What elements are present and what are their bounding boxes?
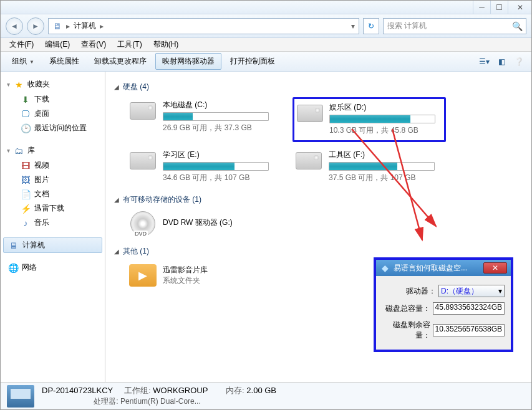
maximize-button[interactable]: ☐: [490, 1, 508, 14]
sidebar-item-documents[interactable]: 📄文档: [3, 187, 102, 201]
section-label: 硬盘 (4): [123, 82, 149, 92]
dialog-body: 驱动器： D:（硬盘） ▾ 磁盘总容量： 45.89335632324GB 磁盘…: [376, 276, 511, 350]
sidebar-item-videos[interactable]: 🎞视频: [3, 158, 102, 173]
view-options-button[interactable]: ☰▾: [476, 54, 491, 69]
usage-bar: [329, 115, 435, 123]
sidebar-item-label: 视频: [34, 160, 49, 171]
total-label: 磁盘总容量：: [382, 303, 430, 314]
sidebar-item-label: 图片: [34, 174, 49, 185]
drive-select-label: 驱动器：: [382, 286, 436, 297]
star-icon: ★: [14, 80, 24, 90]
sidebar-item-computer[interactable]: 🖥计算机: [3, 237, 102, 253]
chevron-down-icon: ▾: [498, 287, 502, 295]
drive-d[interactable]: 娱乐区 (D:) 10.3 GB 可用，共 45.8 GB: [293, 97, 446, 142]
drive-stat: 10.3 GB 可用，共 45.8 GB: [329, 125, 435, 136]
forward-button[interactable]: ►: [27, 17, 44, 35]
breadcrumb-root[interactable]: 计算机: [74, 21, 96, 31]
chevron-down-icon[interactable]: ▾: [351, 22, 355, 31]
app-icon: ◆: [380, 263, 390, 273]
dialog-close-button[interactable]: ✕: [483, 262, 507, 274]
window-title-bar: ─ ☐ ✕: [1, 1, 531, 14]
status-bar: DP-20140723LKCY 工作组: WORKGROUP 内存: 2.00 …: [1, 382, 531, 409]
drive-select[interactable]: D:（硬盘） ▾: [438, 285, 505, 297]
chevron-right-icon: ▸: [66, 22, 70, 31]
drive-f[interactable]: 工具区 (F:) 37.5 GB 可用，共 107 GB: [293, 147, 446, 186]
section-removable-header[interactable]: ◢ 有可移动存储的设备 (1): [114, 194, 523, 205]
menu-help[interactable]: 帮助(H): [148, 38, 184, 51]
drive-e[interactable]: 学习区 (E:) 34.6 GB 可用，共 107 GB: [127, 147, 280, 186]
explorer-window: ─ ☐ ✕ ◄ ► 🖥 ▸ 计算机 ▸ ▾ ↻ 搜索 计算机 🔍 文件(F) 编…: [0, 0, 532, 410]
sidebar-item-desktop[interactable]: 🖵桌面: [3, 107, 102, 121]
collapse-icon: ◢: [114, 83, 119, 90]
sidebar-item-recent[interactable]: 🕑最近访问的位置: [3, 121, 102, 135]
drive-g[interactable]: DVD RW 驱动器 (G:): [127, 210, 523, 237]
sidebar-item-music[interactable]: ♪音乐: [3, 216, 102, 230]
hdd-icon: [295, 150, 322, 172]
sidebar-item-label: 计算机: [22, 240, 45, 250]
drive-stat: 26.9 GB 可用，共 37.3 GB: [163, 123, 278, 133]
item-subtype: 系统文件夹: [163, 275, 208, 286]
computer-icon: 🖥: [9, 241, 19, 250]
command-bar: 组织 系统属性 卸载或更改程序 映射网络驱动器 打开控制面板 ☰▾ ◧ ❔: [1, 52, 531, 72]
sidebar-item-label: 迅雷下载: [34, 203, 64, 214]
dialog-title: 易语言如何取磁盘空...: [394, 263, 480, 274]
document-icon: 📄: [21, 189, 31, 199]
search-placeholder: 搜索 计算机: [387, 21, 427, 31]
menu-edit[interactable]: 编辑(E): [40, 38, 75, 51]
preview-pane-button[interactable]: ◧: [494, 54, 509, 69]
usage-bar: [163, 112, 269, 121]
drive-name: 工具区 (F:): [329, 150, 443, 160]
memory-value: 2.00 GB: [246, 386, 276, 395]
sidebar-item-network[interactable]: 🌐网络: [3, 260, 102, 275]
back-button[interactable]: ◄: [6, 17, 23, 35]
cmd-control-panel[interactable]: 打开控制面板: [224, 54, 281, 69]
sidebar-item-label: 桌面: [34, 108, 49, 119]
sidebar-item-pictures[interactable]: 🖼图片: [3, 173, 102, 187]
dialog-title-bar[interactable]: ◆ 易语言如何取磁盘空... ✕: [376, 260, 511, 276]
workgroup-label: 工作组:: [124, 386, 151, 395]
section-hdd-header[interactable]: ◢ 硬盘 (4): [114, 82, 523, 92]
sidebar-item-label: 音乐: [34, 217, 49, 228]
disk-info-dialog: ◆ 易语言如何取磁盘空... ✕ 驱动器： D:（硬盘） ▾ 磁盘总容量： 4: [374, 257, 513, 352]
help-button[interactable]: ❔: [511, 54, 526, 69]
drive-c[interactable]: 本地磁盘 (C:) 26.9 GB 可用，共 37.3 GB: [127, 97, 280, 142]
search-icon: 🔍: [512, 21, 522, 31]
library-icon: 🗂: [14, 146, 24, 156]
memory-label: 内存:: [226, 386, 244, 395]
cmd-system-properties[interactable]: 系统属性: [43, 54, 85, 69]
sidebar-item-label: 收藏夹: [27, 79, 50, 90]
section-label: 其他 (1): [123, 246, 149, 257]
minimize-button[interactable]: ─: [473, 1, 490, 14]
hdd-icon: [129, 100, 157, 122]
video-icon: 🎞: [21, 161, 31, 171]
drive-select-value: D:（硬盘）: [441, 286, 478, 297]
menu-view[interactable]: 查看(V): [76, 38, 111, 51]
section-other-header[interactable]: ◢ 其他 (1): [114, 246, 523, 257]
sidebar-libraries-header[interactable]: ▾ 🗂 库: [3, 143, 102, 158]
menu-file[interactable]: 文件(F): [4, 38, 39, 51]
cmd-map-drive[interactable]: 映射网络驱动器: [155, 53, 221, 70]
search-input[interactable]: 搜索 计算机 🔍: [383, 18, 526, 34]
refresh-button[interactable]: ↻: [363, 18, 379, 34]
close-button[interactable]: ✕: [508, 1, 531, 14]
chevron-right-icon: ▸: [100, 22, 104, 31]
menu-tools[interactable]: 工具(T): [112, 38, 147, 51]
sidebar-item-downloads[interactable]: ⬇下载: [3, 92, 102, 107]
main-content: ◢ 硬盘 (4) 本地磁盘 (C:) 26.9 GB 可用，共 37.3 GB …: [105, 72, 531, 382]
address-bar[interactable]: 🖥 ▸ 计算机 ▸ ▾: [48, 18, 359, 34]
picture-icon: 🖼: [21, 175, 31, 185]
cmd-organize[interactable]: 组织: [6, 54, 41, 69]
sidebar-item-label: 库: [27, 145, 35, 156]
drive-name: DVD RW 驱动器 (G:): [163, 217, 233, 228]
usage-bar: [329, 162, 435, 171]
free-value-field[interactable]: 10.35256576538GB: [433, 324, 505, 336]
drive-name: 学习区 (E:): [163, 150, 278, 160]
total-value-field[interactable]: 45.89335632324GB: [433, 302, 505, 315]
drive-name: 娱乐区 (D:): [329, 102, 435, 113]
section-label: 有可移动存储的设备 (1): [123, 194, 201, 205]
cmd-uninstall[interactable]: 卸载或更改程序: [88, 54, 153, 69]
computer-large-icon: [7, 385, 34, 408]
sidebar-item-thunder[interactable]: ⚡迅雷下载: [3, 201, 102, 216]
sidebar-favorites-header[interactable]: ▾ ★ 收藏夹: [3, 77, 102, 92]
cpu-label: 处理器:: [94, 397, 118, 406]
